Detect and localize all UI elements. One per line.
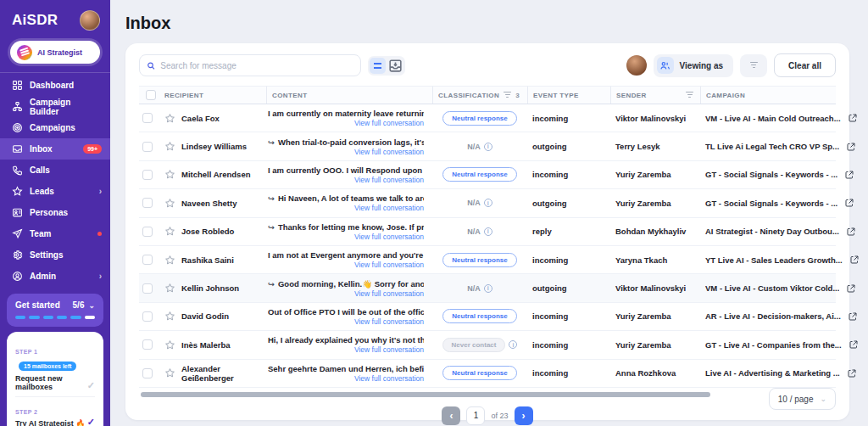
col-recipient[interactable]: RECIPIENT xyxy=(159,87,266,104)
row-checkbox[interactable] xyxy=(142,311,153,322)
info-icon[interactable]: i xyxy=(484,143,492,151)
filter-button[interactable] xyxy=(740,54,767,77)
clear-all-button[interactable]: Clear all xyxy=(774,53,836,77)
row-checkbox[interactable] xyxy=(142,170,153,180)
external-link-icon[interactable] xyxy=(844,198,854,208)
row-checkbox[interactable] xyxy=(142,113,153,123)
classification-badge[interactable]: Never contact xyxy=(442,338,506,352)
page-number-input[interactable]: 1 xyxy=(466,406,485,425)
view-conversation-link[interactable]: View full conversation xyxy=(268,345,424,354)
star-icon[interactable] xyxy=(159,226,180,237)
row-checkbox[interactable] xyxy=(142,255,153,265)
external-link-icon[interactable] xyxy=(848,311,858,322)
classification-badge[interactable]: Neutral response xyxy=(442,366,516,380)
table-row[interactable]: Lindsey Williams↪When trial-to-paid conv… xyxy=(139,132,836,160)
sidebar-item-team[interactable]: Team xyxy=(0,223,110,244)
star-icon[interactable] xyxy=(159,283,180,294)
select-all-checkbox[interactable] xyxy=(146,90,156,100)
onboarding-step-1[interactable]: STEP 115 mailboxes left Request new mail… xyxy=(15,339,95,396)
row-checkbox[interactable] xyxy=(142,227,153,237)
list-view-button[interactable] xyxy=(370,58,386,74)
classification-badge[interactable]: Neutral response xyxy=(442,111,516,126)
page-size-select[interactable]: 10 / page ⌄ xyxy=(769,388,836,410)
star-icon[interactable] xyxy=(159,367,180,378)
external-link-icon[interactable] xyxy=(848,113,858,123)
star-icon[interactable] xyxy=(159,339,180,350)
info-icon[interactable]: i xyxy=(484,227,492,236)
funnel-icon[interactable] xyxy=(686,92,693,98)
search-input[interactable] xyxy=(160,61,353,70)
sidebar-item-dashboard[interactable]: Dashboard xyxy=(0,75,110,96)
table-row[interactable]: Jose Robledo↪Thanks for letting me know,… xyxy=(139,218,836,246)
view-conversation-link[interactable]: View full conversation xyxy=(268,119,424,127)
view-conversation-link[interactable]: View full conversation xyxy=(268,317,424,326)
view-conversation-link[interactable]: View full conversation xyxy=(268,176,424,184)
view-conversation-link[interactable]: View full conversation xyxy=(268,374,424,383)
horizontal-scrollbar[interactable] xyxy=(141,392,710,397)
star-icon[interactable] xyxy=(159,198,180,209)
col-sender[interactable]: SENDER xyxy=(610,87,700,104)
sidebar-item-inbox[interactable]: Inbox 99+ xyxy=(0,138,110,160)
view-conversation-link[interactable]: View full conversation xyxy=(268,148,424,156)
sidebar-item-campaign-builder[interactable]: Campaign Builder xyxy=(0,96,110,117)
table-row[interactable]: Inès MalerbaHi, I already explained you … xyxy=(139,331,836,359)
sidebar-item-personas[interactable]: Personas xyxy=(0,202,110,223)
view-conversation-link[interactable]: View full conversation xyxy=(268,204,424,212)
external-link-icon[interactable] xyxy=(849,255,860,265)
table-row[interactable]: Kellin Johnson↪Good morning, Kellin.👋 So… xyxy=(139,274,836,302)
onboarding-step-2[interactable]: STEP 2 Try AI Strategist 🔥 ✓ xyxy=(15,396,95,426)
row-checkbox[interactable] xyxy=(142,198,153,208)
viewing-as-button[interactable]: Viewing as xyxy=(654,54,734,77)
sidebar-item-leads[interactable]: Leads › xyxy=(0,181,110,202)
col-campaign[interactable]: CAMPAIGN xyxy=(700,87,836,104)
view-conversation-link[interactable]: View full conversation xyxy=(268,289,424,298)
external-link-icon[interactable] xyxy=(846,283,856,294)
classification-badge[interactable]: Neutral response xyxy=(442,253,516,267)
next-page-button[interactable]: › xyxy=(515,406,533,425)
search-box[interactable] xyxy=(139,54,361,76)
info-icon[interactable]: i xyxy=(484,199,492,207)
table-row[interactable]: Alexander GeißenbergerSehr geehrte Damen… xyxy=(139,360,836,388)
table-row[interactable]: Mitchell ArendsenI am currently OOO. I w… xyxy=(139,161,836,189)
funnel-icon[interactable] xyxy=(504,92,511,98)
classification-badge[interactable]: Neutral response xyxy=(442,309,516,323)
classification-badge[interactable]: Neutral response xyxy=(442,167,516,182)
prev-page-button[interactable]: ‹ xyxy=(442,406,460,425)
chevron-right-icon: › xyxy=(99,187,102,196)
ai-strategist-button[interactable]: AI Strategist xyxy=(10,41,100,64)
table-row[interactable]: David GodinOut of Office PTO I will be o… xyxy=(139,303,836,331)
star-icon[interactable] xyxy=(159,311,180,322)
star-icon[interactable] xyxy=(159,169,180,180)
star-icon[interactable] xyxy=(159,141,180,152)
external-link-icon[interactable] xyxy=(847,368,857,378)
col-content[interactable]: CONTENT xyxy=(266,87,432,104)
viewing-avatar[interactable] xyxy=(626,55,647,76)
star-icon[interactable] xyxy=(159,255,180,266)
col-classification[interactable]: CLASSIFICATION 3 xyxy=(432,87,527,104)
table-row[interactable]: Rashika SainiI am not at Evergent anymor… xyxy=(139,246,836,274)
row-checkbox[interactable] xyxy=(142,368,153,378)
col-event-type[interactable]: EVENT TYPE xyxy=(527,87,610,104)
table-row[interactable]: Caela FoxI am currently on maternity lea… xyxy=(139,104,836,132)
external-link-icon[interactable] xyxy=(846,227,856,237)
external-link-icon[interactable] xyxy=(849,339,859,350)
get-started-panel[interactable]: Get started 5/6 ⌄ xyxy=(7,294,103,327)
external-link-icon[interactable] xyxy=(844,170,854,180)
row-checkbox[interactable] xyxy=(142,142,153,152)
archive-view-button[interactable] xyxy=(387,58,403,74)
row-checkbox[interactable] xyxy=(142,339,153,350)
view-conversation-link[interactable]: View full conversation xyxy=(268,261,424,269)
sidebar-item-settings[interactable]: Settings xyxy=(0,244,110,266)
external-link-icon[interactable] xyxy=(846,142,856,152)
info-icon[interactable]: i xyxy=(484,284,492,293)
info-icon[interactable]: i xyxy=(509,340,517,349)
reply-arrow-icon: ↪ xyxy=(268,137,275,147)
table-row[interactable]: Naveen Shetty↪Hi Naveen, A lot of teams … xyxy=(139,189,836,217)
view-conversation-link[interactable]: View full conversation xyxy=(268,233,424,241)
sidebar-item-admin[interactable]: Admin › xyxy=(0,266,110,287)
star-icon[interactable] xyxy=(159,113,180,124)
sidebar-item-campaigns[interactable]: Campaigns xyxy=(0,117,110,138)
user-avatar[interactable] xyxy=(80,10,100,31)
sidebar-item-calls[interactable]: Calls xyxy=(0,160,110,181)
row-checkbox[interactable] xyxy=(142,283,153,294)
